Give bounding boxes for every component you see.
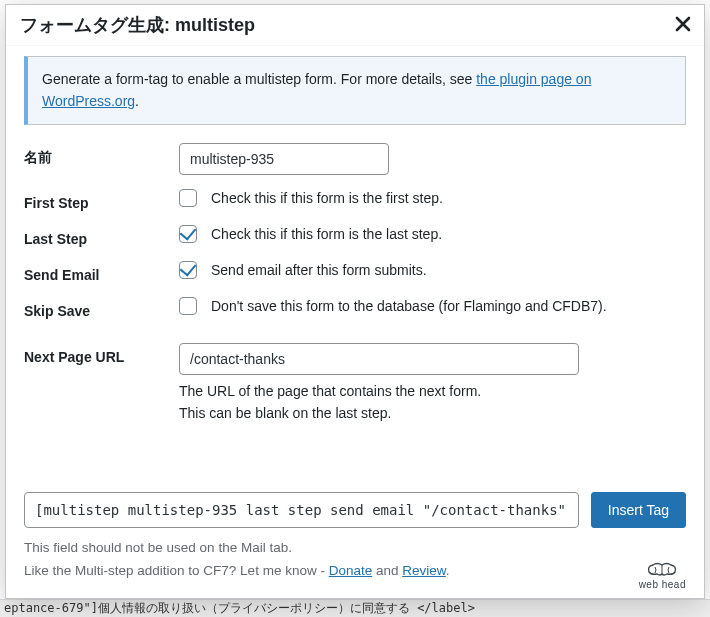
- skip-save-checkbox[interactable]: [179, 297, 197, 315]
- brain-icon: [643, 560, 681, 578]
- last-step-checkbox[interactable]: [179, 225, 197, 243]
- last-step-label: Last Step: [24, 225, 179, 247]
- first-step-checkbox[interactable]: [179, 189, 197, 207]
- name-input[interactable]: [179, 143, 389, 175]
- dialog-title: フォームタグ生成: multistep: [6, 5, 704, 46]
- first-step-label: First Step: [24, 189, 179, 211]
- name-label: 名前: [24, 143, 179, 167]
- mail-tab-note: This field should not be used on the Mai…: [24, 540, 686, 555]
- skip-save-text: Don't save this form to the database (fo…: [211, 298, 607, 314]
- first-step-text: Check this if this form is the first ste…: [211, 190, 443, 206]
- like-text-post: .: [446, 563, 450, 578]
- review-link[interactable]: Review: [402, 563, 446, 578]
- insert-tag-button[interactable]: Insert Tag: [591, 492, 686, 528]
- next-url-label: Next Page URL: [24, 343, 179, 365]
- donate-link[interactable]: Donate: [329, 563, 373, 578]
- info-text-post: .: [135, 93, 139, 109]
- close-icon[interactable]: [674, 15, 692, 38]
- send-email-text: Send email after this form submits.: [211, 262, 427, 278]
- next-url-input[interactable]: [179, 343, 579, 375]
- info-text-pre: Generate a form-tag to enable a multiste…: [42, 71, 476, 87]
- generated-tag-input[interactable]: [24, 492, 579, 528]
- webhead-logo: web head: [639, 560, 686, 590]
- send-email-checkbox[interactable]: [179, 261, 197, 279]
- like-text-pre: Like the Multi-step addition to CF7? Let…: [24, 563, 329, 578]
- webhead-text: web head: [639, 579, 686, 590]
- and-text: and: [372, 563, 402, 578]
- next-url-hint-1: The URL of the page that contains the ne…: [179, 381, 686, 403]
- skip-save-label: Skip Save: [24, 297, 179, 319]
- last-step-text: Check this if this form is the last step…: [211, 226, 442, 242]
- form-tag-generator-dialog: フォームタグ生成: multistep Generate a form-tag …: [5, 4, 705, 599]
- info-box: Generate a form-tag to enable a multiste…: [24, 56, 686, 125]
- next-url-hint-2: This can be blank on the last step.: [179, 403, 686, 425]
- send-email-label: Send Email: [24, 261, 179, 283]
- background-editor-line: eptance-679"]個人情報の取り扱い（プライバシーポリシー）に同意する …: [0, 599, 710, 617]
